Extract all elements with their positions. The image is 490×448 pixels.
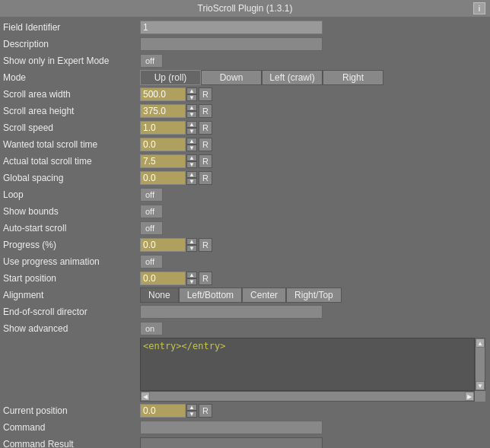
show-bounds-toggle[interactable]: off — [140, 205, 163, 218]
vertical-scrollbar[interactable]: ▲ ▼ — [475, 338, 485, 391]
progress-r-btn[interactable]: R — [199, 238, 212, 252]
show-bounds-value-area: off — [140, 205, 487, 218]
actual-scroll-input[interactable] — [140, 154, 186, 168]
current-pos-row: Current position ▲ ▼ R — [3, 403, 487, 418]
alignment-row: Alignment None Left/Bottom Center Right/… — [3, 288, 487, 303]
scrollbar-corner — [475, 391, 485, 402]
scroll-height-r-btn[interactable]: R — [199, 104, 212, 118]
mode-btn-down[interactable]: Down — [201, 70, 262, 85]
mode-btn-up-roll[interactable]: Up (roll) — [140, 70, 201, 85]
mode-btn-right[interactable]: Right — [323, 70, 383, 85]
scroll-height-value-area: ▲ ▼ R — [140, 104, 487, 118]
scroll-width-up[interactable]: ▲ — [186, 87, 197, 94]
mode-btn-left-crawl[interactable]: Left (crawl) — [262, 70, 323, 85]
scroll-height-up[interactable]: ▲ — [186, 104, 197, 111]
command-result-input[interactable] — [140, 437, 323, 448]
vscroll-down-arrow[interactable]: ▼ — [476, 381, 485, 390]
command-input[interactable] — [140, 421, 323, 434]
current-pos-input[interactable] — [140, 404, 186, 418]
command-result-label: Command Result — [3, 439, 140, 448]
show-bounds-row: Show bounds off — [3, 204, 487, 219]
scroll-width-down[interactable]: ▼ — [186, 94, 197, 101]
wanted-scroll-down[interactable]: ▼ — [186, 145, 197, 151]
vscroll-up-arrow[interactable]: ▲ — [476, 338, 485, 348]
global-spacing-input[interactable] — [140, 171, 186, 185]
current-pos-r-btn[interactable]: R — [199, 404, 212, 418]
scroll-speed-value-area: ▲ ▼ R — [140, 121, 487, 135]
scroll-height-label: Scroll area height — [3, 106, 140, 116]
align-btn-none[interactable]: None — [140, 288, 179, 303]
content-textarea[interactable]: <entry></entry> — [140, 338, 475, 391]
hscroll-left-arrow[interactable]: ◀ — [141, 392, 150, 401]
global-spacing-value-area: ▲ ▼ R — [140, 171, 487, 185]
align-btn-center[interactable]: Center — [242, 288, 286, 303]
hscroll-right-arrow[interactable]: ▶ — [465, 392, 474, 401]
actual-scroll-up[interactable]: ▲ — [186, 154, 197, 161]
loop-toggle[interactable]: off — [140, 188, 163, 202]
progress-up[interactable]: ▲ — [186, 238, 197, 245]
global-spacing-up[interactable]: ▲ — [186, 171, 197, 178]
start-pos-spinner: ▲ ▼ — [186, 272, 197, 285]
title-bar: TrioScroll Plugin (1.3.1) i — [0, 0, 490, 17]
description-row: Description — [3, 37, 487, 52]
actual-scroll-r-btn[interactable]: R — [199, 154, 212, 168]
end-scroll-input[interactable] — [140, 305, 323, 319]
textarea-row: <entry></entry> ▲ ▼ ◀ ▶ — [3, 338, 487, 402]
start-pos-r-btn[interactable]: R — [199, 272, 212, 285]
command-value-area — [140, 421, 487, 434]
actual-scroll-row: Actual total scroll time ▲ ▼ R — [3, 154, 487, 169]
show-advanced-toggle[interactable]: on — [140, 322, 163, 335]
description-input[interactable] — [140, 37, 323, 51]
scroll-height-input[interactable] — [140, 104, 186, 118]
scroll-height-spinner: ▲ ▼ — [186, 104, 197, 118]
start-pos-down[interactable]: ▼ — [186, 278, 197, 285]
use-progress-toggle[interactable]: off — [140, 255, 163, 268]
start-pos-input[interactable] — [140, 272, 186, 285]
scroll-height-row: Scroll area height ▲ ▼ R — [3, 103, 487, 119]
start-pos-value-area: ▲ ▼ R — [140, 272, 487, 285]
actual-scroll-label: Actual total scroll time — [3, 156, 140, 167]
scroll-speed-r-btn[interactable]: R — [199, 121, 212, 135]
actual-scroll-value-area: ▲ ▼ R — [140, 154, 487, 168]
progress-down[interactable]: ▼ — [186, 245, 197, 252]
align-btn-left-bottom[interactable]: Left/Bottom — [179, 288, 242, 303]
scroll-speed-input[interactable] — [140, 121, 186, 135]
horizontal-scrollbar[interactable]: ◀ ▶ — [140, 391, 475, 402]
progress-input[interactable] — [140, 238, 186, 252]
wanted-scroll-r-btn[interactable]: R — [199, 138, 212, 151]
progress-label: Progress (%) — [3, 240, 140, 250]
actual-scroll-down[interactable]: ▼ — [186, 161, 197, 168]
mode-row: Mode Up (roll) Down Left (crawl) Right — [3, 70, 487, 85]
current-pos-up[interactable]: ▲ — [186, 404, 197, 411]
alignment-buttons: None Left/Bottom Center Right/Top — [140, 288, 487, 303]
progress-spinner: ▲ ▼ — [186, 238, 197, 252]
show-expert-toggle[interactable]: off — [140, 54, 163, 68]
show-expert-label: Show only in Expert Mode — [3, 56, 140, 66]
global-spacing-down[interactable]: ▼ — [186, 178, 197, 185]
show-expert-row: Show only in Expert Mode off — [3, 53, 487, 68]
scroll-width-value-area: ▲ ▼ R — [140, 87, 487, 101]
scroll-width-label: Scroll area width — [3, 89, 140, 100]
mode-label: Mode — [3, 72, 140, 83]
show-advanced-value-area: on — [140, 322, 487, 335]
scroll-speed-down[interactable]: ▼ — [186, 128, 197, 135]
field-identifier-row: Field Identifier — [3, 20, 487, 35]
scroll-height-down[interactable]: ▼ — [186, 111, 197, 118]
align-btn-right-top[interactable]: Right/Top — [286, 288, 342, 303]
start-pos-up[interactable]: ▲ — [186, 272, 197, 278]
current-pos-down[interactable]: ▼ — [186, 411, 197, 418]
alignment-label: Alignment — [3, 290, 140, 300]
scroll-width-r-btn[interactable]: R — [199, 87, 212, 101]
auto-start-toggle[interactable]: off — [140, 221, 163, 235]
scroll-speed-up[interactable]: ▲ — [186, 121, 197, 128]
field-identifier-input[interactable] — [140, 21, 323, 34]
end-scroll-value-area — [140, 305, 487, 319]
info-button[interactable]: i — [473, 2, 485, 14]
global-spacing-r-btn[interactable]: R — [199, 171, 212, 185]
hscroll-row: ◀ ▶ — [140, 391, 485, 402]
wanted-scroll-up[interactable]: ▲ — [186, 138, 197, 145]
use-progress-row: Use progress animation off — [3, 254, 487, 269]
wanted-scroll-input[interactable] — [140, 138, 186, 151]
scroll-width-input[interactable] — [140, 87, 186, 101]
description-label: Description — [3, 39, 140, 49]
